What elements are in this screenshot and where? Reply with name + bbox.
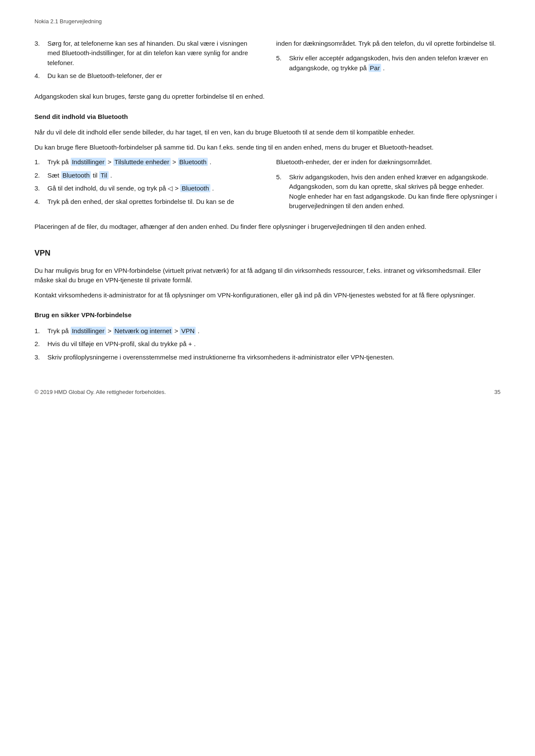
list-num: 4. xyxy=(34,71,43,81)
bluetooth-col-left: 1. Tryk på Indstillinger > Tilsluttede e… xyxy=(34,157,259,215)
list-num: 2. xyxy=(34,339,43,349)
bluetooth-two-col: 1. Tryk på Indstillinger > Tilsluttede e… xyxy=(34,157,501,215)
section-note: Adgangskoden skal kun bruges, første gan… xyxy=(34,91,501,102)
vpn-para2: Kontakt virksomhedens it-administrator f… xyxy=(34,291,501,300)
list-item: 1. Tryk på Indstillinger > Netværk og in… xyxy=(34,326,501,336)
list-item: 3. Sørg for, at telefonerne kan ses af h… xyxy=(34,39,259,68)
highlight-indstillinger: Indstillinger xyxy=(71,158,106,166)
list-text: Skriv adgangskoden, hvis den anden enhed… xyxy=(289,172,501,211)
list-num: 3. xyxy=(34,39,43,68)
list-num: 3. xyxy=(34,184,43,194)
list-item: 3. Gå til det indhold, du vil sende, og … xyxy=(34,184,259,194)
list-item: 5. Skriv adgangskoden, hvis den anden en… xyxy=(276,172,501,211)
intro-col-left: 3. Sørg for, at telefonerne kan ses af h… xyxy=(34,39,259,84)
list-item: 4. Tryk på den enhed, der skal oprettes … xyxy=(34,197,259,207)
intro-two-col: 3. Sørg for, at telefonerne kan ses af h… xyxy=(34,39,501,84)
copyright: © 2019 HMD Global Oy. Alle rettigheder f… xyxy=(34,388,166,397)
list-item: 2. Hvis du vil tilføje en VPN-profil, sk… xyxy=(34,339,501,349)
list-item: 4. Du kan se de Bluetooth-telefoner, der… xyxy=(34,71,259,81)
bluetooth-right-text-1: Bluetooth-enheder, der er inden for dækn… xyxy=(276,157,501,167)
vpn-heading: VPN xyxy=(34,247,501,259)
list-num: 1. xyxy=(34,157,43,167)
header-title: Nokia 2.1 Brugervejledning xyxy=(34,18,102,25)
page-footer: © 2019 HMD Global Oy. Alle rettigheder f… xyxy=(34,388,501,397)
bluetooth-section-heading: Send dit indhold via Bluetooth xyxy=(34,112,501,122)
vpn-sub-heading: Brug en sikker VPN-forbindelse xyxy=(34,310,501,320)
list-item: 1. Tryk på Indstillinger > Tilsluttede e… xyxy=(34,157,259,167)
list-text: Tryk på Indstillinger > Netværk og inter… xyxy=(47,326,200,336)
list-item: 3. Skriv profiloplysningerne i overensst… xyxy=(34,353,501,362)
highlight-bluetooth2: Bluetooth xyxy=(61,171,91,179)
highlight-vpn-indstillinger: Indstillinger xyxy=(71,327,106,335)
list-text: Sæt Bluetooth til Til . xyxy=(47,171,112,181)
bluetooth-col-right: Bluetooth-enheder, der er inden for dækn… xyxy=(276,157,501,215)
highlight-vpn-netvaerk: Netværk og internet xyxy=(113,327,173,335)
vpn-para1: Du har muligvis brug for en VPN-forbinde… xyxy=(34,266,501,285)
intro-col-right: inden for dækningsområdet. Tryk på den t… xyxy=(276,39,501,84)
list-text: Gå til det indhold, du vil sende, og try… xyxy=(47,184,214,194)
list-num: 5. xyxy=(276,53,285,73)
highlight-bluetooth3: Bluetooth xyxy=(180,184,210,192)
list-text: Skriv profiloplysningerne i overensstemm… xyxy=(47,353,394,362)
bluetooth-para2: Du kan bruge flere Bluetooth-forbindelse… xyxy=(34,143,501,153)
bluetooth-para1: Når du vil dele dit indhold eller sende … xyxy=(34,128,501,137)
highlight-bluetooth: Bluetooth xyxy=(178,158,208,166)
list-text: Du kan se de Bluetooth-telefoner, der er xyxy=(47,71,162,81)
list-text: Sørg for, at telefonerne kan ses af hina… xyxy=(47,39,259,68)
list-num: 1. xyxy=(34,326,43,336)
list-item: 2. Sæt Bluetooth til Til . xyxy=(34,171,259,181)
highlight-tilsluttede: Tilsluttede enheder xyxy=(113,158,171,166)
list-num: 5. xyxy=(276,172,285,211)
page-header: Nokia 2.1 Brugervejledning xyxy=(34,17,501,26)
list-num: 2. xyxy=(34,171,43,181)
page-number: 35 xyxy=(494,388,501,397)
highlight-vpn: VPN xyxy=(180,327,196,335)
list-num: 4. xyxy=(34,197,43,207)
list-num: 3. xyxy=(34,353,43,362)
list-item: 5. Skriv eller acceptér adgangskoden, hv… xyxy=(276,53,501,73)
list-text: Hvis du vil tilføje en VPN-profil, skal … xyxy=(47,339,196,349)
list-text: Tryk på den enhed, der skal oprettes for… xyxy=(47,197,234,207)
highlight-til: Til xyxy=(99,171,108,179)
vpn-list: 1. Tryk på Indstillinger > Netværk og in… xyxy=(34,326,501,362)
bluetooth-footer-note: Placeringen af de filer, du modtager, af… xyxy=(34,222,501,232)
list-text: Tryk på Indstillinger > Tilsluttede enhe… xyxy=(47,157,211,167)
highlight-par: Par xyxy=(369,64,381,72)
list-text: Skriv eller acceptér adgangskoden, hvis … xyxy=(289,53,501,73)
intro-right-text-1: inden for dækningsområdet. Tryk på den t… xyxy=(276,39,501,49)
